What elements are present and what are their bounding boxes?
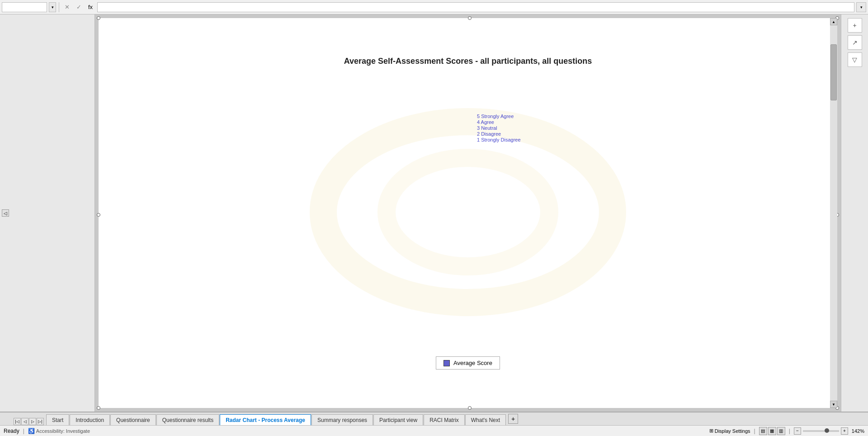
status-bar: Ready | ♿ Accessibility: Investigate ⊞ D… [0, 425, 868, 436]
tab-raci-matrix-label: RACI Matrix [429, 417, 459, 423]
tab-nav-first[interactable]: |◁ [14, 418, 21, 425]
tab-summary-responses[interactable]: Summary responses [311, 414, 373, 425]
left-panel: ◁ [0, 14, 95, 412]
tab-whats-next[interactable]: What's Next [465, 414, 506, 425]
v-scrollbar: ▲ ▼ [830, 18, 837, 408]
status-right: ⊞ Display Settings | ▤ ▦ ▥ | − + 142% [709, 427, 864, 435]
tab-introduction[interactable]: Introduction [70, 414, 110, 425]
chart-filters-button[interactable]: ▽ [848, 52, 862, 67]
scale-label-4: 4 Agree [477, 119, 494, 125]
zoom-thumb [825, 428, 829, 433]
name-box[interactable] [2, 2, 47, 12]
resize-handle-top[interactable] [468, 16, 472, 20]
tab-whats-next-label: What's Next [471, 417, 500, 423]
chart-container: Average Self-Assessment Scores - all par… [99, 18, 837, 408]
ready-label: Ready [4, 428, 19, 434]
tab-raci-matrix[interactable]: RACI Matrix [424, 414, 465, 425]
zoom-slider[interactable] [803, 430, 839, 432]
tab-start-label: Start [52, 417, 63, 423]
tab-participant-view-label: Participant view [379, 417, 417, 423]
tab-introduction-label: Introduction [75, 417, 104, 423]
tab-radar-chart-label: Radar Chart - Process Average [226, 417, 305, 423]
display-settings-text: Display Settings [715, 428, 750, 434]
formula-expand-button[interactable]: ▾ [856, 2, 866, 12]
formula-divider [59, 2, 59, 12]
plus-icon: + [853, 22, 856, 29]
resize-handle-bottomleft[interactable] [97, 406, 100, 410]
formula-input[interactable] [97, 2, 854, 12]
v-scrollbar-track [830, 25, 837, 401]
view-buttons: ▤ ▦ ▥ [759, 427, 785, 435]
legend-swatch [443, 360, 450, 366]
resize-handle-left[interactable] [97, 213, 100, 217]
scale-label-2: 2 Disagree [477, 131, 501, 137]
page-break-button[interactable]: ▥ [777, 427, 785, 435]
cancel-button[interactable]: ✕ [62, 2, 72, 12]
tab-summary-responses-label: Summary responses [317, 417, 367, 423]
scroll-left-button[interactable]: ◁ [2, 209, 9, 217]
tab-questionnaire-results[interactable]: Questionnaire results [156, 414, 219, 425]
tab-questionnaire[interactable]: Questionnaire [110, 414, 156, 425]
tab-radar-chart[interactable]: Radar Chart - Process Average [220, 414, 311, 425]
legend-label: Average Score [453, 360, 492, 366]
tab-participant-view[interactable]: Participant view [373, 414, 423, 425]
zoom-value[interactable]: 142% [852, 428, 864, 434]
formula-bar: ▾ ✕ ✓ fx ▾ [0, 0, 868, 14]
page-layout-button[interactable]: ▦ [768, 427, 776, 435]
add-chart-element-button[interactable]: + [848, 18, 862, 33]
v-scrollbar-thumb[interactable] [830, 44, 837, 101]
scale-label-5: 5 Strongly Agree [477, 114, 514, 119]
normal-view-button[interactable]: ▤ [759, 427, 767, 435]
display-settings-icon: ⊞ [709, 428, 713, 434]
zoom-control: − + 142% [794, 427, 864, 435]
tab-nav-next[interactable]: ▷ [29, 418, 36, 425]
chart-inner: Average Self-Assessment Scores - all par… [283, 57, 653, 370]
tabs-bar: |◁ ◁ ▷ ▷| Start Introduction Questionnai… [0, 412, 868, 425]
zoom-in-button[interactable]: + [841, 427, 848, 435]
status-left: Ready | ♿ Accessibility: Investigate [4, 428, 704, 434]
chart-styles-button[interactable]: ↗ [848, 35, 862, 50]
tab-start[interactable]: Start [46, 414, 69, 425]
v-scrollbar-down[interactable]: ▼ [830, 401, 837, 408]
tab-questionnaire-label: Questionnaire [116, 417, 150, 423]
chart-title: Average Self-Assessment Scores - all par… [344, 57, 592, 66]
display-settings-label[interactable]: ⊞ Display Settings [709, 428, 750, 434]
name-box-dropdown[interactable]: ▾ [49, 2, 56, 12]
radar-chart-svg: 5 Strongly Agree 4 Agree 3 Neutral 2 Dis… [283, 71, 653, 351]
confirm-button[interactable]: ✓ [74, 2, 84, 12]
fx-button[interactable]: fx [85, 2, 95, 12]
resize-handle-bottom[interactable] [468, 406, 472, 410]
zoom-out-button[interactable]: − [794, 427, 801, 435]
chart-legend: Average Score [436, 356, 500, 370]
arrow-icon: ↗ [852, 39, 858, 46]
v-scrollbar-up[interactable]: ▲ [830, 18, 837, 25]
tab-nav-prev[interactable]: ◁ [21, 418, 28, 425]
scale-label-3: 3 Neutral [477, 125, 497, 131]
accessibility-label[interactable]: ♿ Accessibility: Investigate [28, 428, 90, 434]
filter-icon: ▽ [852, 56, 857, 63]
right-panel: + ↗ ▽ [841, 14, 868, 412]
resize-handle-topleft[interactable] [97, 16, 100, 20]
tab-nav-last[interactable]: ▷| [37, 418, 44, 425]
tab-questionnaire-results-label: Questionnaire results [162, 417, 213, 423]
scale-label-1: 1 Strongly Disagree [477, 137, 521, 142]
main-area: ◁ Average Self-Assessment Scores - all p… [0, 14, 868, 412]
add-sheet-button[interactable]: + [508, 414, 518, 424]
accessibility-text: Accessibility: Investigate [36, 428, 90, 434]
accessibility-icon: ♿ [28, 428, 35, 434]
